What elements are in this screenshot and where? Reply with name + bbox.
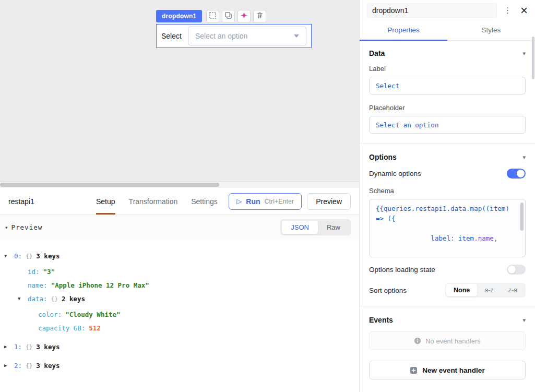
horizontal-scrollbar[interactable]	[0, 182, 359, 188]
object-braces: {}	[26, 362, 32, 369]
tree-children-0: id: "3" name: "Apple iPhone 12 Pro Max" …	[4, 265, 359, 335]
chevron-down-icon[interactable]: ▾	[522, 50, 526, 57]
select-parent-icon	[209, 11, 217, 21]
section-options-title: Options	[369, 153, 397, 161]
select-parent-button[interactable]	[206, 10, 219, 23]
widget-name-input[interactable]	[367, 3, 497, 18]
new-event-handler-button[interactable]: New event handler	[369, 361, 526, 379]
schema-label: Schema	[369, 187, 526, 195]
chevron-down-icon[interactable]: ▾	[522, 317, 526, 324]
code-token: ,	[494, 234, 498, 242]
sort-options-segmented: None a-z z-a	[445, 283, 526, 298]
loading-state-toggle[interactable]	[507, 265, 526, 275]
no-event-handlers-box: No event handlers	[369, 331, 526, 350]
dropdown-widget-select[interactable]: Select an option	[188, 27, 306, 45]
label-field-input[interactable]: Select	[369, 77, 526, 94]
widget-name-badge[interactable]: dropdown1	[156, 10, 202, 22]
tree-key: 1:	[14, 343, 22, 351]
tree-row-id[interactable]: id: "3"	[18, 265, 359, 278]
tree-row-0[interactable]: ▼ 0: {} 3 keys	[4, 249, 359, 263]
expand-arrow-icon[interactable]: ▶	[4, 344, 10, 349]
sort-options-label: Sort options	[369, 287, 407, 294]
plus-square-icon	[410, 366, 418, 374]
tree-key: color:	[38, 311, 62, 318]
query-name[interactable]: restapi1	[8, 197, 96, 206]
section-events: Events ▾ No event handlers New event han…	[369, 316, 526, 379]
tab-setup[interactable]: Setup	[96, 188, 115, 215]
tree-row-capacity[interactable]: capacity GB: 512	[28, 321, 359, 335]
collapse-caret-icon[interactable]: ▾	[5, 225, 8, 230]
tab-settings[interactable]: Settings	[191, 188, 218, 215]
tree-row-name[interactable]: name: "Apple iPhone 12 Pro Max"	[18, 278, 359, 292]
tab-styles[interactable]: Styles	[447, 21, 535, 41]
code-token: label:	[423, 234, 458, 242]
object-braces: {}	[51, 295, 58, 302]
dropdown-widget[interactable]: Select Select an option	[156, 24, 312, 48]
loading-state-label: Options loading state	[369, 266, 435, 274]
delete-widget-button[interactable]	[253, 10, 266, 23]
section-data-title: Data	[369, 49, 385, 57]
tab-transformation[interactable]: Transformation	[129, 188, 178, 215]
sort-za-button[interactable]: z-a	[501, 284, 525, 296]
app-window: dropdown1	[0, 0, 535, 392]
preview-section-title: Preview	[11, 223, 43, 231]
copy-widget-button[interactable]	[222, 10, 235, 23]
kebab-menu-icon[interactable]: ⋮	[502, 6, 513, 15]
query-panel-header: restapi1 Setup Transformation Settings ▷…	[0, 188, 359, 215]
mode-json[interactable]: JSON	[282, 221, 318, 234]
preview-mode-toggle: JSON Raw	[280, 219, 351, 235]
tab-settings-label: Settings	[191, 197, 218, 206]
tree-row-color[interactable]: color: "Cloudy White"	[28, 307, 359, 321]
inspector-panel: ⋮ × Properties Styles Data ▾ Label Selec…	[359, 0, 535, 392]
tree-node-2: ▶ 2: {} 3 keys	[4, 359, 359, 372]
tab-properties[interactable]: Properties	[360, 21, 447, 41]
code-editor-scrollbar[interactable]	[520, 203, 524, 231]
tree-key: capacity GB:	[38, 324, 85, 332]
dynamic-options-label: Dynamic options	[369, 170, 421, 177]
tree-meta: 2 keys	[62, 295, 85, 303]
collapse-arrow-icon[interactable]: ▼	[18, 296, 24, 301]
collapse-arrow-icon[interactable]: ▼	[4, 253, 10, 258]
code-token: {{queries.restapi1.data.map((item)	[376, 205, 509, 212]
new-event-handler-label: New event handler	[422, 366, 484, 374]
code-token: => ({	[376, 215, 396, 222]
tree-value: "3"	[43, 268, 55, 276]
section-divider	[360, 143, 535, 144]
run-button[interactable]: ▷ Run Ctrl+Enter	[229, 193, 302, 210]
expand-arrow-icon[interactable]: ▶	[4, 363, 10, 368]
widget-toolbar: dropdown1	[156, 9, 266, 23]
copy-icon	[224, 11, 232, 21]
json-preview-tree: ▼ 0: {} 3 keys id: "3" name: "Apple iPho…	[0, 240, 359, 392]
sort-none-button[interactable]: None	[446, 284, 477, 296]
object-braces: {}	[26, 253, 32, 259]
tree-key: data:	[28, 295, 47, 303]
tree-row-data[interactable]: ▼ data: {} 2 keys	[18, 292, 359, 305]
tab-setup-label: Setup	[96, 197, 115, 206]
tree-row-2[interactable]: ▶ 2: {} 3 keys	[4, 359, 359, 372]
editor-left-pane: dropdown1	[0, 0, 359, 392]
schema-code-editor[interactable]: {{queries.restapi1.data.map((item) => ({…	[369, 199, 526, 257]
mode-raw[interactable]: Raw	[318, 221, 349, 234]
horizontal-scrollbar-thumb[interactable]	[0, 183, 219, 187]
tree-row-1[interactable]: ▶ 1: {} 3 keys	[4, 340, 359, 353]
preview-button[interactable]: Preview	[307, 193, 351, 210]
ai-assist-button[interactable]	[237, 10, 251, 23]
close-icon[interactable]: ×	[518, 4, 530, 17]
toggle-knob	[517, 170, 525, 177]
dropdown-widget-label: Select	[161, 32, 182, 40]
dynamic-options-toggle[interactable]	[507, 169, 526, 179]
dropdown-placeholder-text: Select an option	[195, 32, 247, 40]
tree-key: 0:	[14, 252, 22, 260]
inspector-tabs: Properties Styles	[360, 21, 535, 41]
app-canvas[interactable]: dropdown1	[0, 0, 359, 182]
sort-az-button[interactable]: a-z	[477, 284, 501, 296]
chevron-down-icon[interactable]: ▾	[522, 154, 526, 161]
code-token: item	[458, 234, 474, 242]
section-divider	[360, 306, 535, 306]
tree-node-0: ▼ 0: {} 3 keys id: "3" name: "Apple iPho…	[4, 249, 359, 335]
tree-value: 512	[89, 324, 101, 332]
label-field-label: Label	[369, 65, 526, 73]
inspector-scrollbar[interactable]	[532, 37, 534, 79]
info-icon	[414, 337, 421, 345]
placeholder-field-input[interactable]: Select an option	[369, 116, 526, 134]
